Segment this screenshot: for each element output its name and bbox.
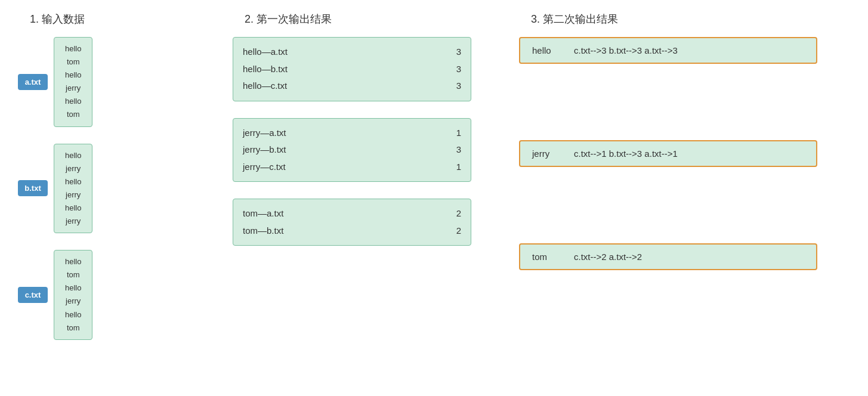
column-3: 3. 第二次输出结果 hello c.txt-->3 b.txt-->3 a.t… — [519, 12, 817, 384]
output1-box-tom: tom—a.txt 2 tom—b.txt 2 — [233, 199, 471, 246]
output2-word-hello: hello — [532, 45, 574, 55]
file-label-a: a.txt — [18, 74, 48, 90]
line: tom — [65, 108, 81, 121]
output1-val: 2 — [456, 205, 461, 222]
file-label-b: b.txt — [18, 180, 48, 196]
output1-row: tom—b.txt 2 — [243, 222, 461, 240]
line: jerry — [65, 188, 81, 202]
line: hello — [65, 281, 81, 295]
output2-box-hello: hello c.txt-->3 b.txt-->3 a.txt-->3 — [519, 37, 817, 64]
line: jerry — [65, 215, 81, 228]
output1-group-hello: hello—a.txt 3 hello—b.txt 3 hello—c.txt … — [233, 37, 471, 101]
line: hello — [65, 42, 81, 55]
line: hello — [65, 69, 81, 82]
output1-val: 3 — [456, 78, 461, 95]
output1-key: jerry—a.txt — [243, 125, 286, 142]
output2-word-tom: tom — [532, 252, 574, 262]
output1-row: hello—a.txt 3 — [243, 44, 461, 61]
output2-box-tom: tom c.txt-->2 a.txt-->2 — [519, 243, 817, 270]
column-1: 1. 输入数据 a.txt hello tom hello jerry hell… — [18, 12, 185, 384]
page: 1. 输入数据 a.txt hello tom hello jerry hell… — [0, 0, 868, 396]
output2-values-hello: c.txt-->3 b.txt-->3 a.txt-->3 — [574, 45, 678, 55]
output1-group-jerry: jerry—a.txt 1 jerry—b.txt 3 jerry—c.txt … — [233, 118, 471, 182]
input-group-c: c.txt hello tom hello jerry hello tom — [18, 250, 185, 340]
output1-val: 3 — [456, 141, 461, 159]
output1-row: hello—b.txt 3 — [243, 61, 461, 78]
output1-val: 1 — [456, 125, 461, 142]
output1-val: 2 — [456, 222, 461, 240]
file-content-b: hello jerry hello jerry hello jerry — [54, 144, 92, 234]
line: jerry — [65, 162, 81, 175]
output2-values-jerry: c.txt-->1 b.txt-->3 a.txt-->1 — [574, 148, 678, 159]
col2-title: 2. 第一次输出结果 — [233, 12, 332, 26]
output2-group-tom: tom c.txt-->2 a.txt-->2 — [519, 243, 817, 270]
line: tom — [65, 321, 81, 335]
line: hello — [65, 202, 81, 215]
line: jerry — [65, 82, 81, 95]
file-content-a: hello tom hello jerry hello tom — [54, 37, 92, 127]
output1-box-jerry: jerry—a.txt 1 jerry—b.txt 3 jerry—c.txt … — [233, 118, 471, 182]
line: hello — [65, 308, 81, 321]
output1-val: 1 — [456, 159, 461, 176]
input-group-b: b.txt hello jerry hello jerry hello jerr… — [18, 144, 185, 234]
output1-key: hello—a.txt — [243, 44, 288, 61]
output1-row: jerry—b.txt 3 — [243, 141, 461, 159]
output2-box-jerry: jerry c.txt-->1 b.txt-->3 a.txt-->1 — [519, 140, 817, 167]
line: tom — [65, 55, 81, 69]
output1-val: 3 — [456, 61, 461, 78]
col1-title: 1. 输入数据 — [18, 12, 85, 26]
line: tom — [65, 268, 81, 281]
output1-key: hello—c.txt — [243, 78, 287, 95]
output2-group-hello: hello c.txt-->3 b.txt-->3 a.txt-->3 — [519, 37, 817, 64]
line: jerry — [65, 295, 81, 308]
output1-row: jerry—c.txt 1 — [243, 159, 461, 176]
output2-group-jerry: jerry c.txt-->1 b.txt-->3 a.txt-->1 — [519, 140, 817, 167]
output1-key: jerry—c.txt — [243, 159, 286, 176]
line: hello — [65, 149, 81, 162]
output2-word-jerry: jerry — [532, 148, 574, 159]
output1-key: jerry—b.txt — [243, 141, 286, 159]
output1-key: hello—b.txt — [243, 61, 288, 78]
output1-row: hello—c.txt 3 — [243, 78, 461, 95]
input-group-a: a.txt hello tom hello jerry hello tom — [18, 37, 185, 127]
output1-row: tom—a.txt 2 — [243, 205, 461, 222]
output1-key: tom—b.txt — [243, 222, 283, 240]
output2-values-tom: c.txt-->2 a.txt-->2 — [574, 252, 642, 262]
output1-key: tom—a.txt — [243, 205, 283, 222]
output1-row: jerry—a.txt 1 — [243, 125, 461, 142]
output1-group-tom: tom—a.txt 2 tom—b.txt 2 — [233, 199, 471, 246]
file-label-c: c.txt — [18, 287, 48, 303]
line: hello — [65, 255, 81, 268]
output1-box-hello: hello—a.txt 3 hello—b.txt 3 hello—c.txt … — [233, 37, 471, 101]
output1-val: 3 — [456, 44, 461, 61]
file-content-c: hello tom hello jerry hello tom — [54, 250, 92, 340]
line: hello — [65, 95, 81, 108]
col3-title: 3. 第二次输出结果 — [519, 12, 618, 26]
column-2: 2. 第一次输出结果 hello—a.txt 3 hello—b.txt 3 h… — [233, 12, 471, 384]
line: hello — [65, 175, 81, 188]
